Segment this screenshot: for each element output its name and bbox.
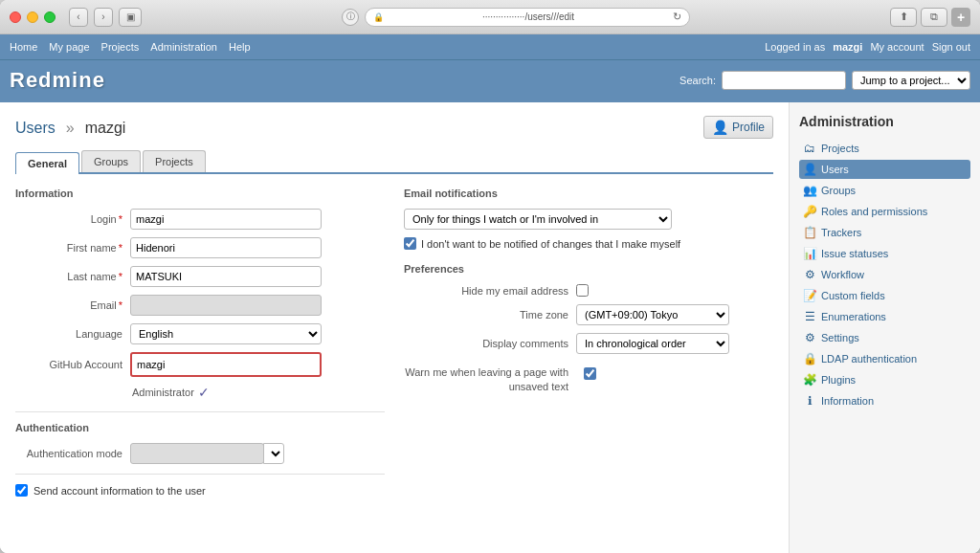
display-comments-row: Display comments In chronological order (404, 333, 773, 354)
plugins-icon: 🧩 (803, 373, 816, 387)
firstname-input[interactable] (130, 237, 322, 258)
search-area: Search: Jump to a project... (679, 71, 970, 90)
address-bar-area: ⓘ 🔒 ················/users///edit ↻ (147, 8, 884, 27)
sidebar-item-information[interactable]: ℹ Information (799, 391, 970, 410)
send-account-info-row: Send account information to the user (15, 474, 385, 497)
issue-statuses-icon: 📊 (803, 247, 816, 260)
trackers-icon: 📋 (803, 226, 816, 239)
firstname-label: First name* (15, 242, 130, 254)
sidebar-item-ldap[interactable]: 🔒 LDAP authentication (799, 349, 970, 368)
tab-projects[interactable]: Projects (143, 150, 206, 172)
tab-bar: General Groups Projects (15, 150, 773, 174)
sidebar-item-label: Users (821, 164, 849, 175)
sidebar-item-custom-fields[interactable]: 📝 Custom fields (799, 286, 970, 305)
sidebar-item-trackers[interactable]: 📋 Trackers (799, 223, 970, 242)
workflow-icon: ⚙ (803, 268, 816, 281)
nav-buttons: ‹ › (69, 8, 113, 27)
users-icon: 👤 (803, 163, 816, 176)
sidebar-item-groups[interactable]: 👥 Groups (799, 181, 970, 200)
form-columns: Information Login* First name* Last name… (15, 188, 773, 497)
no-self-notify-checkbox[interactable] (404, 237, 416, 250)
app-topbar: Home My page Projects Administration Hel… (0, 34, 980, 59)
url-text: ················/users///edit (388, 11, 669, 22)
sidebar-item-issue-statuses[interactable]: 📊 Issue statuses (799, 244, 970, 263)
sign-out-link[interactable]: Sign out (932, 41, 970, 53)
sidebar-item-label: Plugins (821, 374, 856, 386)
timezone-select[interactable]: (GMT+09:00) Tokyo (576, 304, 729, 325)
sidebar-item-label: Issue statuses (821, 248, 888, 259)
information-section-title: Information (15, 188, 385, 199)
groups-icon: 👥 (803, 184, 816, 197)
profile-button[interactable]: 👤 Profile (703, 116, 773, 139)
nav-projects[interactable]: Projects (101, 41, 140, 53)
github-input[interactable] (132, 354, 320, 375)
warn-leaving-row: Warn me when leaving a page with unsaved… (404, 362, 773, 395)
breadcrumb-separator: » (66, 120, 75, 136)
login-input[interactable] (130, 209, 322, 230)
lastname-input[interactable] (130, 266, 322, 287)
maximize-button[interactable] (44, 11, 56, 23)
sidebar-item-settings[interactable]: ⚙ Settings (799, 328, 970, 347)
email-row: Email* (15, 295, 385, 316)
minimize-button[interactable] (27, 11, 38, 23)
sidebar-item-label: Trackers (821, 227, 861, 238)
sidebar-item-label: Enumerations (821, 311, 886, 322)
new-tab-button[interactable]: ⧉ (921, 8, 947, 27)
add-tab-button[interactable]: + (951, 8, 970, 27)
sidebar-item-users[interactable]: 👤 Users (799, 160, 970, 179)
close-button[interactable] (10, 11, 21, 23)
warn-leaving-checkbox[interactable] (584, 367, 596, 380)
sidebar-item-workflow[interactable]: ⚙ Workflow (799, 265, 970, 284)
layout-button[interactable]: ▣ (119, 8, 142, 27)
auth-mode-select[interactable] (263, 443, 284, 464)
my-account-link[interactable]: My account (870, 41, 924, 53)
nav-mypage[interactable]: My page (49, 41, 89, 53)
preferences-title: Preferences (404, 263, 773, 275)
breadcrumb-current: mazgi (85, 120, 126, 136)
nav-help[interactable]: Help (229, 41, 251, 53)
notif-select[interactable]: Only for things I watch or I'm involved … (404, 209, 672, 230)
tab-groups[interactable]: Groups (81, 150, 141, 172)
main-content: Users » mazgi 👤 Profile General Groups P… (0, 102, 980, 553)
sidebar-item-projects[interactable]: 🗂 Projects (799, 139, 970, 158)
auth-section-title: Authentication (15, 422, 385, 433)
sidebar-item-label: Information (821, 395, 874, 407)
sidebar-item-label: LDAP authentication (821, 353, 917, 365)
admin-label: Administrator (132, 387, 194, 398)
login-row: Login* (15, 209, 385, 230)
search-input[interactable] (722, 71, 846, 90)
sidebar-item-plugins[interactable]: 🧩 Plugins (799, 370, 970, 389)
no-self-notify-label: I don't want to be notified of changes t… (421, 238, 680, 250)
custom-fields-icon: 📝 (803, 289, 816, 302)
app-logo: Redmine (10, 68, 105, 93)
address-bar[interactable]: 🔒 ················/users///edit ↻ (365, 8, 690, 27)
browser-window: ‹ › ▣ ⓘ 🔒 ················/users///edit … (0, 0, 980, 553)
language-select[interactable]: English (130, 323, 322, 344)
login-label: Login* (15, 213, 130, 225)
sidebar-item-roles[interactable]: 🔑 Roles and permissions (799, 202, 970, 221)
sidebar-item-label: Roles and permissions (821, 206, 927, 217)
firstname-row: First name* (15, 237, 385, 258)
refresh-icon[interactable]: ↻ (673, 11, 681, 23)
hide-email-checkbox[interactable] (576, 284, 589, 297)
sidebar-item-enumerations[interactable]: ☰ Enumerations (799, 307, 970, 326)
forward-button[interactable]: › (94, 8, 113, 27)
project-jump-select[interactable]: Jump to a project... (852, 71, 970, 90)
nav-administration[interactable]: Administration (150, 41, 217, 53)
projects-icon: 🗂 (803, 142, 816, 155)
email-label: Email* (15, 299, 130, 311)
ldap-icon: 🔒 (803, 352, 816, 365)
admin-sidebar: Administration 🗂 Projects 👤 Users 👥 Grou… (789, 102, 980, 553)
timezone-row: Time zone (GMT+09:00) Tokyo (404, 304, 773, 325)
back-button[interactable]: ‹ (69, 8, 88, 27)
username-link[interactable]: mazgi (833, 41, 862, 53)
github-label: GitHub Account (15, 359, 130, 370)
tab-general[interactable]: General (15, 152, 79, 174)
display-comments-select[interactable]: In chronological order (576, 333, 729, 354)
info-button[interactable]: ⓘ (342, 9, 359, 26)
app-header: Redmine Search: Jump to a project... (0, 59, 980, 102)
nav-home[interactable]: Home (10, 41, 37, 53)
send-account-info-checkbox[interactable] (15, 484, 28, 497)
breadcrumb-parent[interactable]: Users (15, 120, 56, 136)
share-button[interactable]: ⬆ (890, 8, 917, 27)
